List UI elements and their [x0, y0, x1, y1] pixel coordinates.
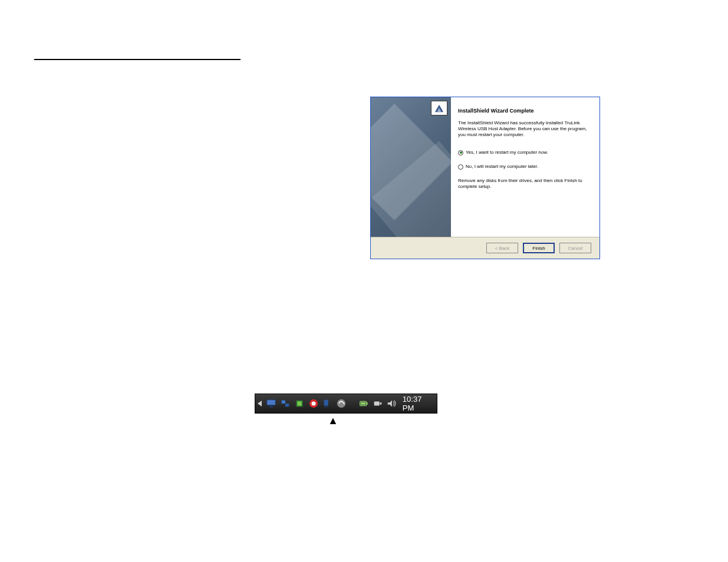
dialog-instruction: Remove any disks from their drives, and …: [458, 178, 592, 190]
restart-later-option[interactable]: No, I will restart my computer later.: [458, 164, 592, 170]
installshield-complete-dialog: InstallShield Wizard Complete The Instal…: [370, 97, 600, 259]
monitor-tray-icon[interactable]: [266, 398, 277, 409]
volume-tray-icon[interactable]: [386, 398, 397, 409]
dialog-button-bar: < Back Finish Cancel: [371, 237, 599, 259]
system-tray: 10:37 PM: [255, 394, 437, 414]
cancel-button: Cancel: [559, 243, 591, 253]
nvidia-tray-icon[interactable]: [294, 398, 305, 409]
restart-now-label: Yes, I want to restart my computer now.: [466, 150, 548, 156]
svg-rect-3: [271, 406, 273, 407]
section-divider: [34, 59, 241, 60]
svg-marker-18: [388, 401, 392, 407]
svg-rect-14: [367, 402, 368, 405]
svg-rect-10: [325, 406, 328, 408]
svg-rect-17: [380, 402, 381, 405]
battery-tray-icon[interactable]: [358, 398, 370, 409]
restart-now-option[interactable]: Yes, I want to restart my computer now.: [458, 150, 592, 156]
finish-button[interactable]: Finish: [523, 243, 555, 253]
dialog-left-graphic: [371, 97, 451, 237]
dialog-body: InstallShield Wizard Complete The Instal…: [371, 97, 599, 237]
bluetooth-tray-icon[interactable]: [372, 398, 383, 409]
svg-rect-2: [267, 400, 275, 405]
radio-unchecked-icon: [458, 164, 463, 170]
network-tray-icon[interactable]: [280, 398, 291, 409]
svg-rect-9: [324, 400, 328, 406]
svg-rect-6: [285, 404, 289, 406]
dialog-description: The InstallShield Wizard has successfull…: [458, 120, 592, 138]
radio-checked-icon: [458, 150, 463, 156]
tray-clock[interactable]: 10:37 PM: [403, 395, 433, 412]
back-button: < Back: [486, 243, 518, 253]
svg-rect-4: [269, 406, 274, 407]
dialog-title: InstallShield Wizard Complete: [458, 108, 592, 114]
installshield-logo-icon: [431, 101, 447, 115]
restart-later-label: No, I will restart my computer later.: [466, 164, 538, 170]
svg-rect-5: [282, 401, 285, 404]
antivirus-tray-icon[interactable]: [308, 398, 319, 409]
svg-point-8: [311, 401, 315, 405]
update-tray-icon[interactable]: [336, 398, 347, 409]
tray-expand-chevron-icon[interactable]: [258, 401, 262, 406]
svg-rect-16: [374, 401, 379, 405]
svg-rect-15: [361, 402, 365, 405]
dialog-content: InstallShield Wizard Complete The Instal…: [451, 97, 599, 237]
wireless-usb-tray-icon[interactable]: [322, 398, 333, 409]
arrow-up-icon: ▲: [328, 415, 338, 427]
